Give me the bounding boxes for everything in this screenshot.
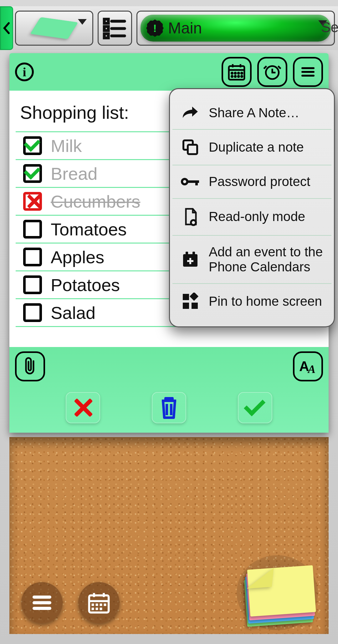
svg-point-13: [241, 73, 242, 74]
menu-item[interactable]: Password protect: [172, 165, 331, 199]
checkbox[interactable]: [23, 220, 42, 239]
close-icon: [73, 398, 93, 418]
checkbox[interactable]: [23, 136, 42, 155]
calendar-icon: [87, 591, 111, 615]
checklist-item-label: Apples: [51, 247, 104, 267]
confirm-button[interactable]: [238, 392, 272, 423]
widgets-icon: [180, 293, 201, 310]
svg-point-12: [238, 73, 239, 74]
calendar-icon: [227, 62, 246, 82]
menu-item-label: Add an event to the Phone Calendars: [209, 244, 324, 275]
hamburger-icon: [31, 593, 53, 612]
svg-point-11: [235, 73, 236, 74]
hamburger-icon: [299, 63, 317, 81]
svg-rect-53: [192, 303, 198, 309]
svg-rect-37: [100, 608, 102, 610]
checklist-item-label: Salad: [51, 303, 95, 323]
note-color-dropdown[interactable]: [15, 11, 93, 46]
checklist-item-label: Potatoes: [51, 275, 120, 295]
sticky-notes-icon: [243, 566, 312, 620]
svg-point-45: [192, 221, 195, 224]
menu-item-label: Read-only mode: [209, 209, 324, 224]
checkbox[interactable]: [23, 275, 42, 294]
svg-rect-35: [92, 608, 94, 610]
checkbox[interactable]: [23, 248, 42, 266]
info-icon: i: [23, 65, 26, 79]
svg-rect-34: [104, 604, 106, 606]
svg-rect-39: [188, 145, 197, 154]
search-partial-text: Se: [321, 19, 338, 36]
svg-rect-2: [104, 27, 108, 31]
svg-rect-36: [96, 608, 98, 610]
list-view-button[interactable]: [98, 11, 132, 46]
overflow-menu: Share A Note…Duplicate a notePassword pr…: [169, 88, 335, 327]
new-note-button[interactable]: [237, 555, 318, 630]
calendar-button[interactable]: [222, 57, 252, 87]
svg-rect-32: [96, 604, 98, 606]
check-icon: [24, 135, 41, 152]
menu-item-label: Password protect: [209, 174, 324, 189]
attachment-button[interactable]: [15, 351, 45, 381]
x-icon: [26, 194, 39, 209]
svg-point-15: [235, 76, 236, 77]
svg-rect-54: [190, 293, 198, 301]
calendar-add-icon: [180, 251, 201, 268]
color-swatch-icon: [30, 17, 78, 39]
share-arrow-icon: [180, 105, 201, 120]
category-label: Main: [168, 19, 202, 37]
delete-button[interactable]: [152, 392, 186, 423]
svg-rect-47: [186, 252, 188, 256]
menu-item-label: Pin to home screen: [209, 294, 324, 309]
svg-rect-33: [100, 604, 102, 606]
check-icon: [24, 163, 41, 180]
cancel-button[interactable]: [66, 392, 100, 423]
badge-icon: !: [146, 19, 164, 37]
reminder-button[interactable]: [257, 57, 287, 87]
checklist-item-label: Bread: [51, 164, 97, 184]
checklist-item-label: Milk: [51, 136, 82, 156]
svg-rect-31: [92, 604, 94, 606]
font-icon: AA: [299, 359, 317, 374]
chevron-down-icon: [78, 19, 87, 25]
list-icon: [103, 16, 127, 40]
checkbox[interactable]: [23, 192, 42, 211]
note-header: i: [9, 53, 329, 91]
paperclip-icon: [22, 357, 38, 376]
top-toolbar: ! Main: [0, 6, 338, 50]
board-menu-button[interactable]: [21, 582, 63, 623]
menu-item[interactable]: Read-only mode: [172, 199, 331, 236]
svg-rect-52: [183, 303, 189, 309]
checklist-item-label: Cucumbers: [51, 191, 140, 212]
readonly-icon: [180, 208, 201, 226]
check-icon: [244, 395, 265, 416]
svg-point-14: [231, 76, 233, 77]
menu-item[interactable]: Share A Note…: [172, 97, 331, 130]
svg-point-10: [231, 73, 233, 74]
menu-item[interactable]: Pin to home screen: [172, 284, 331, 319]
checkbox[interactable]: [23, 303, 42, 322]
back-tab[interactable]: [0, 6, 13, 50]
note-footer: AA: [9, 347, 329, 433]
board-calendar-button[interactable]: [78, 582, 120, 623]
menu-item[interactable]: Duplicate a note: [172, 130, 331, 165]
alarm-clock-icon: [263, 62, 282, 82]
key-icon: [180, 175, 201, 188]
font-style-button[interactable]: AA: [293, 351, 323, 381]
category-dropdown[interactable]: ! Main: [136, 11, 335, 46]
menu-item[interactable]: Add an event to the Phone Calendars: [172, 236, 331, 284]
menu-item-label: Share A Note…: [209, 105, 324, 120]
svg-point-16: [238, 76, 239, 77]
info-button[interactable]: i: [15, 63, 34, 81]
menu-item-label: Duplicate a note: [209, 140, 324, 155]
duplicate-icon: [180, 138, 201, 156]
svg-point-41: [183, 180, 186, 183]
overflow-menu-button[interactable]: [293, 57, 323, 87]
svg-rect-51: [183, 294, 189, 300]
svg-rect-4: [104, 34, 108, 38]
svg-point-17: [241, 76, 242, 77]
corkboard-area[interactable]: [9, 437, 329, 634]
svg-rect-43: [195, 180, 198, 185]
checkbox[interactable]: [23, 164, 42, 183]
svg-rect-48: [192, 252, 195, 256]
checklist-item-label: Tomatoes: [51, 219, 127, 239]
